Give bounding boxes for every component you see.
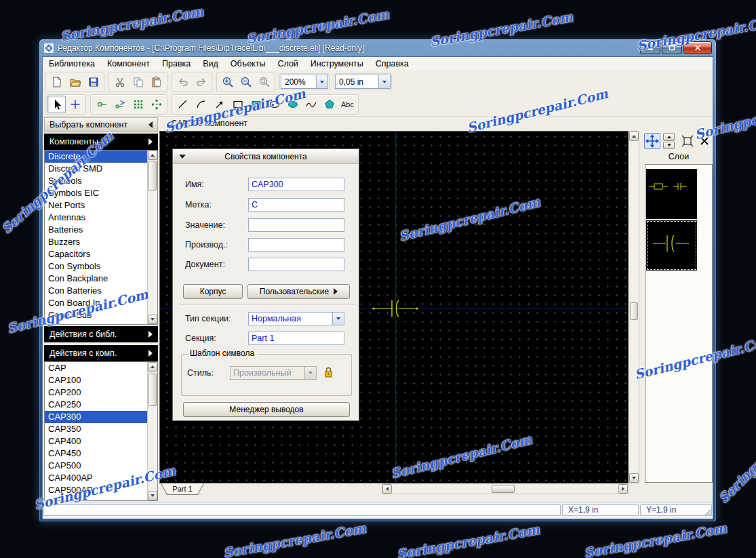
menu-objects[interactable]: Объекты	[224, 58, 272, 70]
paste-button[interactable]	[147, 73, 165, 91]
custom-fields-button[interactable]: Пользовательские	[247, 284, 350, 299]
value-field[interactable]	[248, 218, 344, 232]
origin-tool-button[interactable]	[66, 96, 84, 113]
manufacturer-field[interactable]	[248, 238, 344, 252]
collapse-left-icon[interactable]	[148, 121, 153, 128]
delete-layer-button[interactable]	[696, 133, 713, 149]
library-list-scrollbar[interactable]	[147, 151, 157, 324]
library-item[interactable]: Con D-Sub	[45, 309, 147, 321]
redo-button[interactable]	[192, 73, 210, 91]
pin-matrix-tool-button[interactable]	[129, 96, 147, 113]
combo-arrow-icon[interactable]	[332, 313, 344, 325]
library-item[interactable]: Discrete SMD	[45, 163, 147, 175]
new-file-button[interactable]	[47, 73, 66, 91]
layer-up-button[interactable]	[663, 133, 675, 141]
expand-right-icon[interactable]	[148, 331, 153, 338]
library-item[interactable]: Net Ports	[45, 199, 147, 212]
pan-tool-button[interactable]	[644, 133, 660, 149]
minimize-button[interactable]	[640, 41, 660, 54]
library-item[interactable]: Antennas	[45, 212, 147, 224]
component-list-scrollbar[interactable]	[147, 362, 157, 500]
component-actions-header[interactable]: Действия с комп.	[44, 345, 158, 361]
component-item[interactable]: CAP400AP	[45, 472, 147, 484]
collapse-dialog-icon[interactable]	[179, 155, 186, 159]
scroll-up-icon[interactable]	[148, 362, 157, 372]
canvas-vertical-scrollbar[interactable]	[629, 131, 639, 483]
component-item[interactable]: CAP350	[45, 423, 147, 435]
scrollbar-thumb[interactable]	[148, 161, 157, 191]
resize-grip[interactable]	[703, 508, 711, 516]
menu-view[interactable]: Вид	[197, 58, 224, 70]
fit-layer-button[interactable]	[679, 133, 696, 149]
library-item[interactable]: Symbols	[45, 175, 147, 187]
scroll-down-icon[interactable]	[148, 491, 157, 500]
section-field[interactable]	[248, 332, 344, 345]
grid-combo-arrow-icon[interactable]	[378, 75, 390, 88]
library-item[interactable]: Discrete	[45, 151, 147, 163]
layer-0-tile[interactable]: Слой 0	[646, 169, 697, 219]
arc-tool-button[interactable]	[192, 96, 210, 113]
library-item[interactable]: Con Batteries	[45, 285, 147, 297]
zoom-in-button[interactable]	[218, 73, 237, 91]
pin-tool-button[interactable]	[92, 96, 111, 113]
expand-right-icon[interactable]	[148, 350, 153, 357]
scrollbar-thumb[interactable]	[492, 485, 515, 493]
component-item[interactable]: CAP500AP	[45, 484, 147, 496]
scroll-up-icon[interactable]	[629, 132, 639, 141]
scroll-down-icon[interactable]	[148, 315, 157, 324]
canvas-horizontal-scrollbar[interactable]	[382, 483, 629, 494]
library-item[interactable]: Batteries	[45, 224, 147, 236]
refdes-field[interactable]	[248, 198, 344, 212]
component-item[interactable]: CAP	[45, 362, 147, 374]
close-button[interactable]	[683, 41, 712, 54]
component-item[interactable]: CAP100	[45, 374, 147, 386]
library-item[interactable]: Con Symbols	[45, 260, 147, 273]
scroll-up-icon[interactable]	[148, 151, 157, 160]
pin-pattern-tool-button[interactable]	[147, 96, 165, 113]
pattern-button[interactable]: Корпус	[183, 284, 243, 299]
components-header[interactable]: Компоненты	[44, 134, 158, 150]
library-item[interactable]: Buzzers	[45, 236, 147, 248]
select-component-header[interactable]: Выбрать компонент	[44, 117, 158, 132]
capacitor-symbol[interactable]	[368, 296, 422, 321]
layer-1-tile[interactable]: Слой 1	[646, 220, 697, 271]
pin-array-tool-button[interactable]	[111, 96, 129, 113]
library-item[interactable]: Capacitors	[45, 248, 147, 260]
copy-button[interactable]	[129, 73, 147, 91]
library-item[interactable]: Con Backplane	[45, 273, 147, 285]
library-item[interactable]: Con Board In	[45, 297, 147, 309]
undo-button[interactable]	[174, 73, 192, 91]
zoom-window-button[interactable]	[255, 73, 273, 91]
menu-tools[interactable]: Инструменты	[304, 58, 370, 70]
expand-right-icon[interactable]	[148, 138, 153, 145]
text-tool-button[interactable]: Abc	[338, 96, 357, 113]
grid-step-combo[interactable]: 0,05 in	[335, 75, 391, 89]
scroll-down-icon[interactable]	[629, 473, 639, 483]
dialog-titlebar[interactable]: Свойства компонента	[173, 149, 359, 164]
section-type-combo[interactable]: Нормальная	[248, 312, 344, 325]
menu-library[interactable]: Библиотека	[43, 58, 101, 70]
library-actions-header[interactable]: Действия с библ.	[44, 326, 158, 342]
layer-down-button[interactable]	[663, 142, 675, 150]
rectangle-tool-button[interactable]	[228, 96, 247, 113]
component-item[interactable]: CAP200	[45, 386, 147, 399]
zoom-combo-arrow-icon[interactable]	[316, 75, 327, 88]
arrow-tool-button[interactable]	[210, 96, 228, 113]
zoom-out-button[interactable]	[237, 73, 255, 91]
component-item[interactable]: CAP400	[45, 435, 147, 447]
datasheet-field[interactable]	[248, 258, 344, 271]
component-item[interactable]: CAP250	[45, 399, 147, 411]
scroll-right-icon[interactable]	[618, 484, 628, 494]
save-button[interactable]	[84, 73, 102, 91]
scrollbar-thumb[interactable]	[148, 374, 157, 406]
maximize-button[interactable]	[662, 41, 682, 54]
select-tool-button[interactable]	[47, 96, 66, 113]
window-titlebar[interactable]: Редактор Компонентов - [C:\Program Files…	[42, 39, 713, 56]
name-field[interactable]	[248, 178, 344, 191]
line-tool-button[interactable]	[174, 96, 192, 113]
pin-manager-button[interactable]: Менеджер выводов	[183, 402, 350, 417]
zoom-level-combo[interactable]: 200%	[281, 75, 328, 89]
ellipse-tool-button[interactable]	[265, 96, 283, 113]
filled-ellipse-tool-button[interactable]	[283, 96, 302, 113]
cut-button[interactable]	[111, 73, 129, 91]
